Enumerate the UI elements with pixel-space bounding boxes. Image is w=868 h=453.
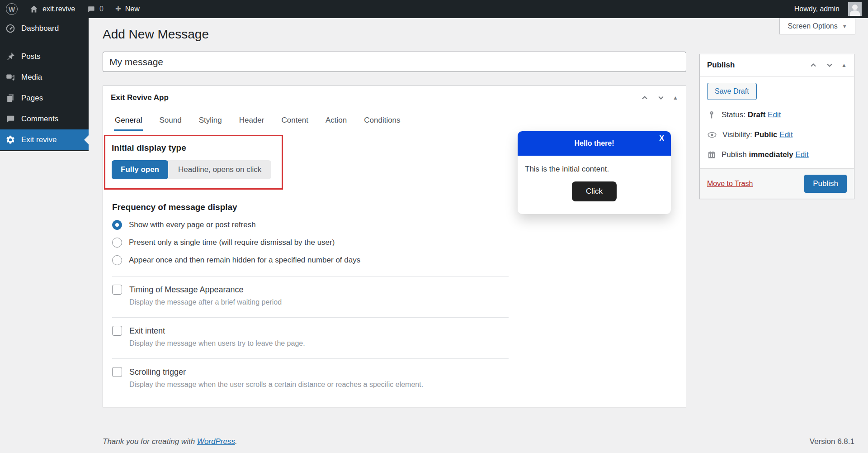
initial-display-label: Initial display type	[112, 143, 271, 153]
sidebar-item-label: Pages	[21, 94, 43, 103]
tab-header[interactable]: Header	[238, 110, 265, 131]
tab-conditions[interactable]: Conditions	[363, 110, 401, 131]
media-icon	[5, 72, 15, 82]
home-icon	[29, 5, 38, 14]
comment-icon	[5, 114, 15, 124]
wordpress-link[interactable]: WordPress	[197, 437, 235, 446]
admin-bar-left: W exit.revive 0 + New	[0, 0, 146, 18]
move-down-icon[interactable]	[656, 93, 665, 102]
initial-display-highlight-box: Initial display type Fully open Headline…	[104, 135, 283, 190]
comment-icon	[87, 5, 95, 14]
trigger-label: Scrolling trigger	[129, 367, 186, 377]
trigger-row-scrolling: Scrolling trigger Display the message wh…	[112, 367, 677, 389]
sidebar-item-pages[interactable]: Pages	[0, 88, 89, 109]
sidebar-item-media[interactable]: Media	[0, 67, 89, 88]
settings-tabs: General Sound Styling Header Content Act…	[103, 110, 686, 131]
close-icon[interactable]: X	[659, 134, 664, 143]
publish-body: Save Draft Status: Draft Edit	[700, 76, 854, 168]
trigger-row-timing: Timing of Message Appearance Display the…	[112, 285, 677, 306]
collapse-toggle-icon[interactable]: ▲	[673, 95, 678, 100]
pushpin-icon	[5, 52, 15, 62]
footer-period: .	[235, 437, 237, 446]
sidebar-item-comments[interactable]: Comments	[0, 109, 89, 129]
popup-content-text: This is the initial content.	[525, 165, 664, 174]
sidebar-item-dashboard[interactable]: Dashboard	[0, 18, 89, 39]
status-row: Status: Draft Edit	[707, 110, 847, 119]
status-label: Status:	[722, 110, 745, 119]
comments-count: 0	[99, 5, 104, 13]
visibility-label: Visibility:	[722, 130, 752, 139]
save-draft-button[interactable]: Save Draft	[707, 83, 757, 100]
metabox-header[interactable]: Exit Revive App ▲	[103, 86, 686, 110]
popup-click-button[interactable]: Click	[572, 181, 617, 201]
tab-sound[interactable]: Sound	[158, 110, 182, 131]
move-to-trash-link[interactable]: Move to Trash	[707, 180, 753, 188]
popup-header: Hello there! X	[518, 131, 671, 156]
comments-bubble-button[interactable]: 0	[81, 0, 109, 18]
version-label: Version 6.8.1	[810, 437, 854, 446]
sidebar-item-posts[interactable]: Posts	[0, 46, 89, 67]
option-headline-opens-on-click[interactable]: Headline, opens on click	[168, 165, 271, 174]
radio-label: Present only a single time (will require…	[129, 238, 335, 247]
tab-general[interactable]: General	[114, 110, 143, 131]
tab-action[interactable]: Action	[325, 110, 348, 131]
radio-every-refresh[interactable]	[112, 220, 122, 230]
sidebar-separator	[0, 39, 89, 46]
chevron-down-icon: ▼	[842, 24, 847, 29]
admin-bar-right: Howdy, admin	[788, 0, 868, 18]
trigger-description: Display the message when the user scroll…	[129, 381, 677, 389]
move-down-icon[interactable]	[825, 61, 834, 70]
screen-options-button[interactable]: Screen Options ▼	[779, 18, 855, 34]
publish-header[interactable]: Publish ▲	[700, 54, 854, 76]
sidebar-item-label: Posts	[21, 52, 41, 61]
footer-thanks: Thank you for creating with WordPress.	[103, 437, 237, 446]
plus-icon: +	[115, 4, 121, 14]
frequency-option-row: Show with every page or post refresh	[112, 220, 509, 230]
trigger-row-exit-intent: Exit intent Display the message when use…	[112, 326, 677, 348]
popup-title: Hello there!	[574, 139, 614, 148]
frequency-option-row: Present only a single time (will require…	[112, 238, 509, 248]
edit-status-link[interactable]: Edit	[768, 110, 781, 119]
frequency-option-row: Appear once and then remain hidden for a…	[112, 255, 509, 265]
frequency-label: Frequency of message display	[112, 202, 509, 212]
sidebar-item-label: Exit revive	[21, 135, 57, 144]
option-fully-open[interactable]: Fully open	[112, 160, 168, 179]
divider	[112, 317, 509, 318]
checkbox-exit-intent[interactable]	[112, 326, 122, 336]
move-up-icon[interactable]	[640, 93, 649, 102]
my-account-menu[interactable]: Howdy, admin	[788, 0, 862, 18]
publish-button[interactable]: Publish	[804, 175, 847, 193]
site-name-label: exit.revive	[42, 5, 75, 13]
visibility-value: Public	[755, 130, 778, 139]
edit-visibility-link[interactable]: Edit	[779, 130, 793, 139]
popup-body: This is the initial content. Click	[518, 156, 671, 214]
radio-hidden-days[interactable]	[112, 255, 122, 265]
checkbox-timing[interactable]	[112, 285, 122, 295]
eye-icon	[707, 130, 717, 140]
wordpress-menu-button[interactable]: W	[0, 0, 24, 18]
wordpress-logo-icon: W	[6, 3, 18, 15]
new-content-button[interactable]: + New	[109, 0, 146, 18]
radio-single-time[interactable]	[112, 238, 122, 248]
admin-sidebar: Dashboard Posts Media Pages	[0, 18, 89, 151]
page-title: Add New Message	[103, 27, 686, 42]
checkbox-scrolling[interactable]	[112, 367, 122, 377]
sidebar-item-label: Comments	[21, 114, 58, 124]
trigger-label: Timing of Message Appearance	[129, 285, 243, 295]
status-value: Draft	[748, 110, 766, 119]
sidebar-item-exit-revive[interactable]: Exit revive	[0, 129, 89, 150]
tab-styling[interactable]: Styling	[198, 110, 223, 131]
publish-footer: Move to Trash Publish	[700, 168, 854, 199]
move-up-icon[interactable]	[809, 61, 818, 70]
divider	[112, 358, 509, 359]
edit-schedule-link[interactable]: Edit	[796, 150, 809, 159]
new-label: New	[125, 5, 140, 13]
site-name-link[interactable]: exit.revive	[24, 0, 81, 18]
screen-options-label: Screen Options	[788, 22, 837, 30]
frequency-section: Frequency of message display Show with e…	[112, 202, 509, 265]
message-title-input[interactable]	[103, 52, 686, 72]
pages-icon	[5, 93, 15, 103]
radio-label: Show with every page or post refresh	[129, 220, 256, 229]
collapse-toggle-icon[interactable]: ▲	[841, 62, 847, 68]
tab-content[interactable]: Content	[280, 110, 309, 131]
